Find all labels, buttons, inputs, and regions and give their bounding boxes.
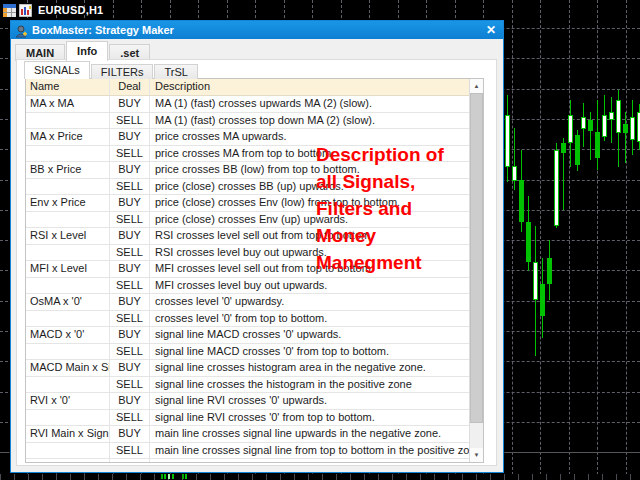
cell-deal: BUY bbox=[110, 96, 150, 112]
table-row[interactable]: SELLmain line crosses signal line from t… bbox=[26, 443, 483, 460]
cell-name bbox=[26, 245, 110, 261]
axis-tick bbox=[185, 474, 187, 479]
table-row[interactable]: SELLsignal line MACD crosses '0' from to… bbox=[26, 344, 483, 361]
column-header: Deal bbox=[110, 79, 150, 95]
tab-info[interactable]: Info bbox=[66, 41, 108, 61]
cell-name: RVI x '0' bbox=[26, 393, 110, 409]
cell-name bbox=[26, 278, 110, 294]
scroll-up-icon[interactable]: ▲ bbox=[470, 79, 483, 93]
subtab-trsl[interactable]: TrSL bbox=[154, 64, 197, 79]
cell-name bbox=[26, 410, 110, 426]
cell-deal: BUY bbox=[110, 426, 150, 442]
candlestick bbox=[505, 115, 510, 167]
axis-tick bbox=[172, 474, 174, 479]
candlestick bbox=[512, 166, 517, 181]
cell-description: crosses level '0' from top to bottom. bbox=[150, 311, 469, 327]
cell-deal: SELL bbox=[110, 311, 150, 327]
cell-deal: BUY bbox=[110, 162, 150, 178]
table-header-row: NameDealDescription bbox=[26, 79, 483, 96]
cell-deal: SELL bbox=[110, 146, 150, 162]
table-row[interactable]: RVI x '0'BUYsignal line RVI crosses '0' … bbox=[26, 393, 483, 410]
cell-deal: SELL bbox=[110, 344, 150, 360]
table-row[interactable]: SELLMFI crosses level buy out upwards. bbox=[26, 278, 483, 295]
subtab-signals[interactable]: SIGNALs bbox=[24, 61, 90, 79]
cell-name: MACD Main x Sign bbox=[26, 360, 110, 376]
cell-deal: BUY bbox=[110, 261, 150, 277]
close-icon[interactable]: ✕ bbox=[483, 23, 499, 37]
dialog-title: BoxMaster: Strategy Maker bbox=[32, 24, 483, 36]
cell-name: RSI x Level bbox=[26, 228, 110, 244]
cell-name: Env x Price bbox=[26, 195, 110, 211]
candlestick bbox=[568, 115, 573, 143]
column-header: Name bbox=[26, 79, 110, 95]
cell-name bbox=[26, 212, 110, 228]
candlestick bbox=[547, 258, 552, 284]
cell-description: main line crosses signal line from top t… bbox=[150, 443, 469, 459]
annotation-line: Manegment bbox=[316, 249, 496, 276]
candlestick bbox=[533, 262, 538, 300]
table-row[interactable]: SELLsignal line crosses the histogram in… bbox=[26, 377, 483, 394]
cell-description: main line crosses signal line upwards in… bbox=[150, 426, 469, 442]
candlestick bbox=[519, 180, 524, 222]
table-row[interactable]: MACD Main x SignBUYsignal line crosses h… bbox=[26, 360, 483, 377]
cell-deal: BUY bbox=[110, 393, 150, 409]
candlestick bbox=[575, 135, 580, 165]
cell-deal: SELL bbox=[110, 179, 150, 195]
cell-deal: BUY bbox=[110, 294, 150, 310]
candlestick bbox=[526, 222, 531, 262]
table-row[interactable]: RVI Main x SignBUYmain line crosses sign… bbox=[26, 426, 483, 443]
cell-description: signal line MACD crosses '0' upwards. bbox=[150, 327, 469, 343]
table-row[interactable]: OsMA x '0'BUYcrosses level '0' upwardsy. bbox=[26, 294, 483, 311]
subtab-filters[interactable]: FILTERs bbox=[91, 64, 154, 79]
axis-tick bbox=[168, 474, 170, 479]
cell-deal: BUY bbox=[110, 360, 150, 376]
candlestick bbox=[588, 120, 593, 131]
cell-name: MA x MA bbox=[26, 96, 110, 112]
cell-description: signal line RVI crosses '0' from top to … bbox=[150, 410, 469, 426]
candlestick bbox=[561, 143, 566, 153]
cell-name: BB x Price bbox=[26, 162, 110, 178]
cell-name bbox=[26, 344, 110, 360]
cell-deal: BUY bbox=[110, 129, 150, 145]
table-row[interactable]: MACD x '0'BUYsignal line MACD crosses '0… bbox=[26, 327, 483, 344]
candlestick bbox=[540, 284, 545, 316]
axis-tick bbox=[164, 474, 166, 479]
table-row[interactable]: SELLsignal line RVI crosses '0' from top… bbox=[26, 410, 483, 427]
cell-name bbox=[26, 146, 110, 162]
table-icon[interactable] bbox=[3, 3, 16, 16]
table-row[interactable]: SELLcrosses level '0' from top to bottom… bbox=[26, 311, 483, 328]
cell-deal: SELL bbox=[110, 113, 150, 129]
cell-deal: SELL bbox=[110, 377, 150, 393]
red-annotation-text: Description ofall Signals,Filters andMon… bbox=[316, 141, 496, 276]
strategy-wizard-icon bbox=[15, 24, 28, 37]
annotation-line: Filters and bbox=[316, 195, 496, 222]
cell-deal: SELL bbox=[110, 410, 150, 426]
scroll-down-icon[interactable]: ▼ bbox=[470, 448, 483, 462]
annotation-line: all Signals, bbox=[316, 168, 496, 195]
dialog-titlebar[interactable]: BoxMaster: Strategy Maker ✕ bbox=[11, 21, 503, 39]
cell-deal: SELL bbox=[110, 212, 150, 228]
cell-description: MA (1) (fast) crosses upwards MA (2) (sl… bbox=[150, 96, 469, 112]
cell-deal: BUY bbox=[110, 459, 150, 463]
mt4-chart-window: EURUSD,H1 BoxMaster: Strategy Maker ✕ MA… bbox=[0, 0, 640, 480]
cell-deal: SELL bbox=[110, 245, 150, 261]
cell-name bbox=[26, 311, 110, 327]
candlestick bbox=[581, 117, 586, 129]
cell-name: OsMA x '0' bbox=[26, 294, 110, 310]
axis-tick bbox=[182, 474, 184, 479]
candlestick bbox=[595, 132, 600, 158]
cell-deal: BUY bbox=[110, 327, 150, 343]
cell-description: Par SAR crosses price upwards. bbox=[150, 459, 469, 463]
cell-description: signal line crosses the histogram in the… bbox=[150, 377, 469, 393]
annotation-line: Description of bbox=[316, 141, 496, 168]
cell-name bbox=[26, 113, 110, 129]
candlestick bbox=[630, 117, 635, 140]
cell-deal: BUY bbox=[110, 195, 150, 211]
annotation-line: Money bbox=[316, 222, 496, 249]
table-row[interactable]: MA x MABUYMA (1) (fast) crosses upwards … bbox=[26, 96, 483, 113]
chart-icon[interactable] bbox=[19, 3, 32, 16]
cell-description: signal line MACD crosses '0' from top to… bbox=[150, 344, 469, 360]
symbol-timeframe-label: EURUSD,H1 bbox=[38, 4, 103, 16]
table-row[interactable]: SELLMA (1) (fast) crosses top down MA (2… bbox=[26, 113, 483, 130]
table-row[interactable]: Par SAR x PriceBUYPar SAR crosses price … bbox=[26, 459, 483, 463]
